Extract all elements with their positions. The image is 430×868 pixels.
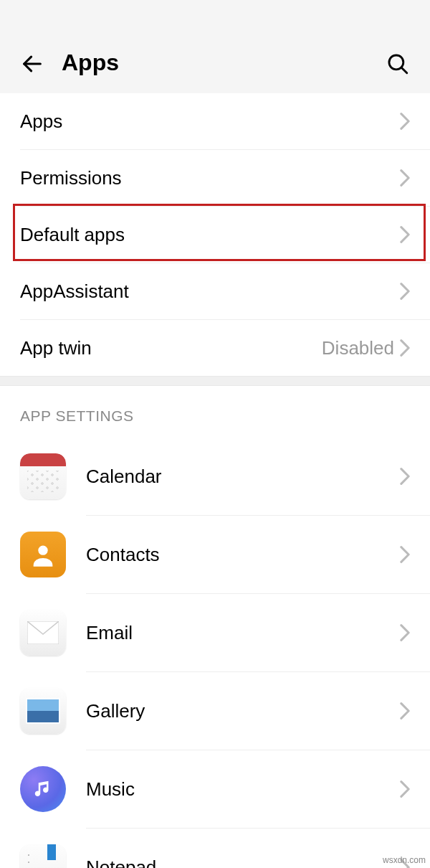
svg-line-2 [401, 67, 407, 73]
menu-item-app-assistant[interactable]: AppAssistant [0, 263, 430, 319]
app-settings-section: APP SETTINGS Calendar Contacts Email Gal… [0, 386, 430, 868]
menu-item-apps[interactable]: Apps [0, 93, 430, 149]
app-label: Email [86, 622, 400, 644]
app-item-music[interactable]: Music [0, 750, 430, 828]
chevron-right-icon [400, 468, 410, 485]
app-label: Notepad [86, 857, 400, 869]
menu-label: Permissions [20, 167, 400, 189]
back-button[interactable] [20, 52, 44, 76]
app-label: Music [86, 778, 400, 801]
apps-menu-section: Apps Permissions Default apps AppAssista… [0, 93, 430, 376]
app-item-email[interactable]: Email [0, 594, 430, 671]
page-title: Apps [62, 49, 386, 76]
watermark: wsxdn.com [383, 855, 426, 865]
music-icon [20, 766, 66, 812]
back-arrow-icon [20, 52, 44, 76]
app-item-contacts[interactable]: Contacts [0, 516, 430, 593]
app-label: Gallery [86, 700, 400, 722]
section-header: APP SETTINGS [0, 386, 430, 438]
app-item-gallery[interactable]: Gallery [0, 672, 430, 750]
contacts-icon [20, 532, 66, 577]
chevron-right-icon [400, 339, 410, 357]
menu-label: Apps [20, 110, 400, 133]
calendar-icon [20, 453, 66, 499]
app-label: Calendar [86, 466, 400, 488]
header-bar: Apps [0, 0, 430, 93]
section-gap [0, 376, 430, 386]
chevron-right-icon [400, 546, 410, 563]
search-icon [386, 52, 410, 76]
menu-value: Disabled [322, 337, 394, 359]
search-button[interactable] [386, 52, 410, 76]
menu-item-default-apps[interactable]: Default apps [0, 207, 430, 263]
chevron-right-icon [400, 226, 410, 243]
app-label: Contacts [86, 544, 400, 566]
app-item-notepad[interactable]: Notepad [0, 829, 430, 868]
email-icon [20, 610, 66, 656]
menu-label: AppAssistant [20, 280, 400, 303]
chevron-right-icon [400, 780, 410, 798]
menu-label: App twin [20, 337, 322, 359]
gallery-icon [20, 688, 66, 734]
menu-item-permissions[interactable]: Permissions [0, 150, 430, 206]
menu-label: Default apps [20, 224, 400, 246]
chevron-right-icon [400, 624, 410, 641]
app-item-calendar[interactable]: Calendar [0, 438, 430, 515]
chevron-right-icon [400, 113, 410, 130]
notepad-icon [20, 844, 66, 868]
chevron-right-icon [400, 169, 410, 187]
chevron-right-icon [400, 283, 410, 300]
svg-point-3 [38, 546, 47, 555]
chevron-right-icon [400, 702, 410, 720]
menu-item-app-twin[interactable]: App twin Disabled [0, 320, 430, 376]
